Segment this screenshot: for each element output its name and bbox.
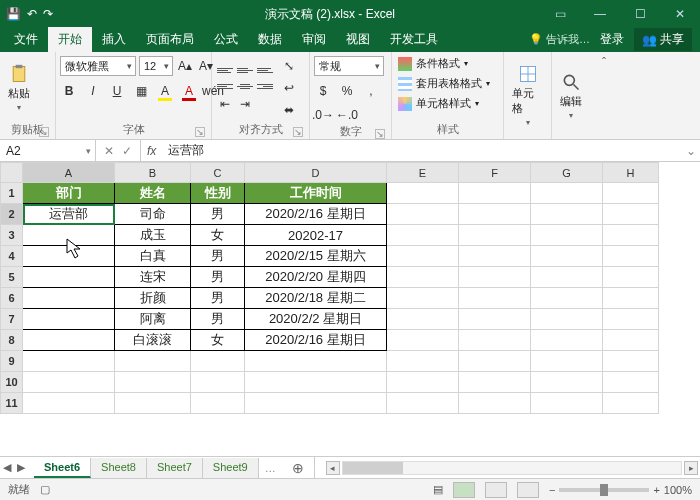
cell[interactable]: 男	[191, 246, 245, 267]
cell[interactable]: 2020/2/18 星期二	[245, 288, 387, 309]
wrap-text-icon[interactable]: ↩	[280, 79, 298, 97]
cell[interactable]	[387, 372, 459, 393]
cell[interactable]	[23, 330, 115, 351]
macro-record-icon[interactable]: ▢	[40, 483, 50, 496]
editing-button[interactable]: 编辑▾	[556, 70, 586, 122]
cell[interactable]	[531, 183, 603, 204]
cell[interactable]: 2020/2/20 星期四	[245, 267, 387, 288]
zoom-level[interactable]: 100%	[664, 484, 692, 496]
cell[interactable]: 女	[191, 225, 245, 246]
cell[interactable]	[459, 309, 531, 330]
cell[interactable]: 2020/2/2 星期日	[245, 309, 387, 330]
percent-icon[interactable]: %	[338, 82, 356, 100]
sheet-nav-prev-icon[interactable]: ◀	[0, 461, 14, 474]
cell[interactable]	[603, 309, 659, 330]
increase-decimal-icon[interactable]: .0→	[314, 106, 332, 124]
cell[interactable]	[603, 183, 659, 204]
cell[interactable]	[23, 225, 115, 246]
cancel-formula-icon[interactable]: ✕	[104, 144, 114, 158]
cell[interactable]: 白真	[115, 246, 191, 267]
cell[interactable]: 工作时间	[245, 183, 387, 204]
cell[interactable]: 姓名	[115, 183, 191, 204]
cell[interactable]	[23, 393, 115, 414]
signin-button[interactable]: 登录	[594, 27, 630, 52]
expand-formula-icon[interactable]: ⌄	[682, 144, 700, 158]
cell[interactable]: 女	[191, 330, 245, 351]
cell[interactable]	[387, 183, 459, 204]
cell[interactable]	[531, 351, 603, 372]
align-top-icon[interactable]	[216, 63, 234, 77]
col-header[interactable]: B	[115, 163, 191, 183]
cell[interactable]: 阿离	[115, 309, 191, 330]
cell[interactable]	[459, 372, 531, 393]
cell[interactable]	[531, 204, 603, 225]
cell[interactable]: 男	[191, 267, 245, 288]
cell[interactable]: 男	[191, 204, 245, 225]
decrease-indent-icon[interactable]: ⇤	[216, 95, 234, 113]
comma-icon[interactable]: ,	[362, 82, 380, 100]
cell[interactable]	[387, 225, 459, 246]
cell[interactable]	[603, 351, 659, 372]
zoom-in-icon[interactable]: +	[653, 484, 659, 496]
tab-layout[interactable]: 页面布局	[136, 27, 204, 52]
italic-button[interactable]: I	[84, 82, 102, 100]
cell[interactable]	[387, 204, 459, 225]
number-launcher-icon[interactable]: ↘	[375, 129, 385, 139]
cell[interactable]	[603, 267, 659, 288]
tab-formulas[interactable]: 公式	[204, 27, 248, 52]
cells-button[interactable]: 单元格▾	[508, 62, 547, 129]
align-middle-icon[interactable]	[236, 63, 254, 77]
col-header[interactable]: D	[245, 163, 387, 183]
cell[interactable]	[191, 351, 245, 372]
cell[interactable]	[531, 267, 603, 288]
zoom-control[interactable]: − + 100%	[549, 484, 692, 496]
font-size-combo[interactable]: 12	[139, 56, 173, 76]
cell[interactable]	[459, 288, 531, 309]
cell[interactable]: 部门	[23, 183, 115, 204]
tab-insert[interactable]: 插入	[92, 27, 136, 52]
conditional-format-button[interactable]: 条件格式▾	[396, 54, 470, 73]
cell[interactable]	[459, 351, 531, 372]
cell[interactable]: 男	[191, 288, 245, 309]
scroll-left-icon[interactable]: ◂	[326, 461, 340, 475]
tab-review[interactable]: 审阅	[292, 27, 336, 52]
row-header[interactable]: 7	[1, 309, 23, 330]
cell[interactable]	[23, 267, 115, 288]
decrease-decimal-icon[interactable]: ←.0	[338, 106, 356, 124]
cell[interactable]	[23, 351, 115, 372]
border-button[interactable]: ▦	[132, 82, 150, 100]
col-header[interactable]: E	[387, 163, 459, 183]
cell[interactable]	[387, 309, 459, 330]
cell[interactable]	[459, 183, 531, 204]
cell[interactable]: 成玉	[115, 225, 191, 246]
cell[interactable]: 性别	[191, 183, 245, 204]
tellme[interactable]: 💡 告诉我…	[529, 32, 590, 47]
zoom-out-icon[interactable]: −	[549, 484, 555, 496]
cell[interactable]	[459, 246, 531, 267]
align-right-icon[interactable]	[256, 79, 274, 93]
accept-formula-icon[interactable]: ✓	[122, 144, 132, 158]
cell[interactable]	[115, 393, 191, 414]
sheet-tab[interactable]: Sheet8	[91, 458, 147, 478]
cell[interactable]: 运营部	[23, 204, 115, 225]
name-box[interactable]: A2	[0, 140, 96, 161]
cell[interactable]	[387, 267, 459, 288]
cell[interactable]: 2020/2/16 星期日	[245, 204, 387, 225]
row-header[interactable]: 9	[1, 351, 23, 372]
new-sheet-button[interactable]: ⊕	[282, 460, 314, 476]
col-header[interactable]: A	[23, 163, 115, 183]
row-header[interactable]: 3	[1, 225, 23, 246]
cell[interactable]	[459, 393, 531, 414]
formula-input[interactable]: 运营部	[162, 142, 682, 159]
cell[interactable]	[459, 267, 531, 288]
sheet-overflow[interactable]: …	[259, 459, 282, 477]
number-format-combo[interactable]: 常规	[314, 56, 384, 76]
fill-color-button[interactable]: A	[156, 82, 174, 100]
underline-button[interactable]: U	[108, 82, 126, 100]
cell[interactable]	[387, 288, 459, 309]
cell[interactable]	[245, 393, 387, 414]
col-header[interactable]: F	[459, 163, 531, 183]
cell[interactable]	[531, 225, 603, 246]
display-settings-icon[interactable]: ▤	[433, 483, 443, 496]
cell[interactable]	[603, 246, 659, 267]
